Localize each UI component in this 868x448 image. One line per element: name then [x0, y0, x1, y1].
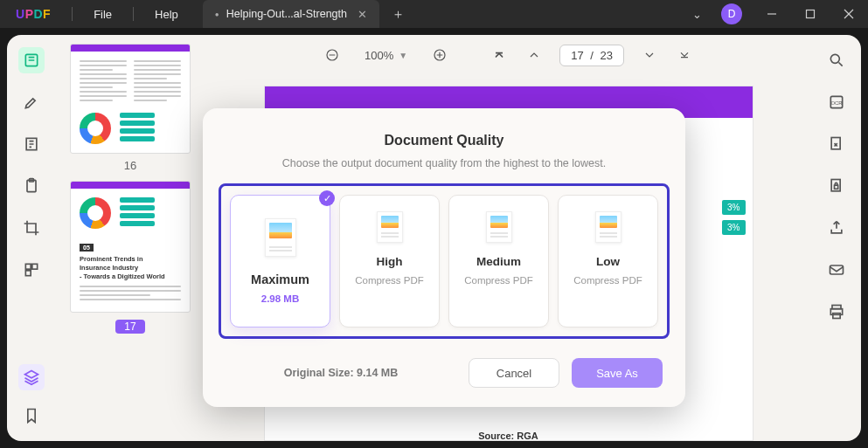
document-quality-dialog: Document Quality Choose the output docum…: [203, 108, 685, 407]
first-page-button[interactable]: [490, 45, 509, 65]
zoom-value: 100%: [365, 49, 393, 62]
chevron-down-icon: ▼: [399, 51, 407, 60]
page-indicator[interactable]: 17 / 23: [559, 45, 624, 66]
prev-page-button[interactable]: [524, 45, 544, 65]
quality-options: ✓ Maximum 2.98 MB High Compress PDF Medi…: [219, 183, 670, 339]
thumbnail-icon: [486, 211, 512, 243]
thumbnail-panel: 16 05 Prominent Trends in Insurance Indu…: [56, 35, 205, 441]
svg-rect-20: [831, 138, 840, 149]
page-thumbnail[interactable]: 05 Prominent Trends in Insurance Industr…: [70, 181, 191, 313]
option-name: Low: [566, 255, 650, 268]
thumbnail-icon: [377, 211, 403, 243]
quality-option-low[interactable]: Low Compress PDF: [558, 195, 658, 327]
svg-line-17: [839, 63, 843, 66]
original-size-label: Original Size: 9.14 MB: [226, 367, 456, 379]
organize-tool-icon[interactable]: [18, 257, 45, 283]
cancel-button[interactable]: Cancel: [469, 358, 559, 388]
highlighter-tool-icon[interactable]: [18, 89, 45, 115]
reader-tool-icon[interactable]: [18, 47, 45, 73]
svg-point-16: [830, 54, 839, 63]
protect-icon[interactable]: [823, 173, 850, 199]
last-page-button[interactable]: [675, 45, 694, 65]
zoom-in-button[interactable]: [430, 45, 449, 65]
left-toolbar: [7, 35, 56, 441]
tab-title: Helping-Out...al-Strength: [226, 8, 347, 20]
dialog-subtitle: Choose the output document quality from …: [219, 157, 670, 169]
zoom-out-button[interactable]: [323, 45, 342, 65]
quality-option-medium[interactable]: Medium Compress PDF: [448, 195, 549, 327]
new-tab-button[interactable]: ＋: [379, 6, 417, 23]
thumbnail-page-number: 16: [70, 159, 191, 172]
svg-rect-23: [830, 265, 844, 274]
save-as-button[interactable]: Save As: [572, 358, 663, 388]
ocr-icon[interactable]: OCR: [823, 89, 850, 115]
svg-rect-10: [25, 271, 31, 276]
layers-tool-icon[interactable]: [18, 364, 45, 390]
option-detail: 2.98 MB: [238, 293, 323, 304]
user-avatar[interactable]: D: [721, 3, 742, 24]
tabs-overflow-icon[interactable]: ⌄: [684, 8, 711, 21]
thumbnail-icon: [595, 211, 621, 243]
app-logo: UPDF: [0, 7, 66, 21]
close-tab-icon[interactable]: ✕: [354, 8, 371, 21]
print-icon[interactable]: [823, 299, 850, 325]
convert-icon[interactable]: [823, 131, 850, 157]
data-badge: 3%: [722, 220, 745, 235]
check-icon: ✓: [319, 190, 335, 206]
window-maximize-button[interactable]: [791, 0, 830, 28]
quality-option-high[interactable]: High Compress PDF: [339, 195, 440, 327]
svg-rect-1: [807, 10, 815, 18]
dialog-footer: Original Size: 9.14 MB Cancel Save As: [219, 358, 670, 388]
option-detail: Compress PDF: [456, 275, 541, 286]
option-name: High: [347, 255, 432, 268]
option-detail: Compress PDF: [347, 275, 432, 286]
option-name: Medium: [456, 255, 541, 268]
thumbnail-page-number-current: 17: [115, 320, 144, 334]
tab-indicator-icon: ●: [215, 10, 219, 18]
edit-text-tool-icon[interactable]: [18, 131, 45, 157]
workspace: 16 05 Prominent Trends in Insurance Indu…: [7, 35, 861, 441]
document-tab[interactable]: ● Helping-Out...al-Strength ✕: [203, 0, 379, 28]
crop-tool-icon[interactable]: [18, 215, 45, 241]
page-text: Source: RGA: [265, 431, 753, 441]
dialog-title: Document Quality: [219, 133, 670, 148]
svg-rect-8: [25, 264, 31, 269]
separator: [72, 7, 73, 21]
window-close-button[interactable]: [830, 0, 868, 28]
option-name: Maximum: [238, 272, 323, 286]
share-icon[interactable]: [823, 215, 850, 241]
titlebar: UPDF File Help ● Helping-Out...al-Streng…: [0, 0, 868, 28]
zoom-level-dropdown[interactable]: 100% ▼: [358, 45, 414, 65]
svg-rect-22: [835, 185, 838, 189]
email-icon[interactable]: [823, 257, 850, 283]
window-minimize-button[interactable]: [753, 0, 791, 28]
next-page-button[interactable]: [640, 45, 659, 65]
svg-rect-9: [32, 264, 38, 269]
page-thumbnail[interactable]: [70, 44, 191, 154]
svg-text:OCR: OCR: [831, 100, 843, 106]
view-toolbar: 100% ▼ 17 / 23: [205, 35, 812, 75]
bookmark-tool-icon[interactable]: [18, 403, 45, 429]
thumbnail-icon: [265, 218, 296, 257]
quality-option-maximum[interactable]: ✓ Maximum 2.98 MB: [230, 195, 330, 327]
clipboard-tool-icon[interactable]: [18, 173, 45, 199]
data-badge: 3%: [722, 200, 745, 215]
option-detail: Compress PDF: [566, 275, 650, 286]
separator: [133, 7, 134, 21]
right-toolbar: OCR: [812, 35, 861, 441]
search-icon[interactable]: [823, 47, 850, 73]
menu-file[interactable]: File: [78, 8, 128, 21]
menu-help[interactable]: Help: [139, 8, 194, 21]
